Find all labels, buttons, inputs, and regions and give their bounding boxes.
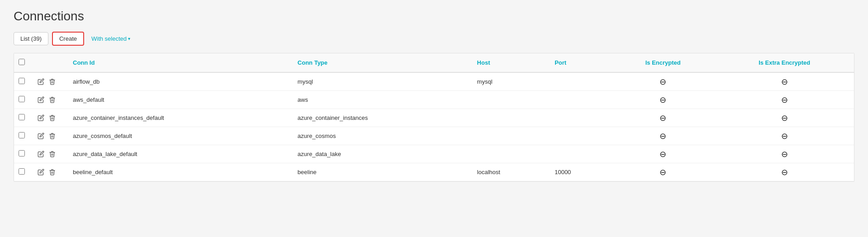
table-body: airflow_db mysql mysql ⊖ ⊖	[14, 72, 854, 181]
host-cell-5: localhost	[471, 163, 549, 181]
host-cell-0: mysql	[471, 72, 549, 91]
row-checkbox-0[interactable]	[19, 78, 25, 84]
is-encrypted-cell-5: ⊖	[611, 163, 715, 181]
delete-button-1[interactable]	[48, 95, 57, 104]
conn-id-cell-4: azure_data_lake_default	[66, 145, 291, 163]
connections-table-container: Conn Id Conn Type Host Port Is Encrypted…	[14, 53, 854, 182]
edit-button-4[interactable]	[37, 150, 45, 158]
is-extra-encrypted-icon-0: ⊖	[781, 78, 788, 86]
is-encrypted-cell-4: ⊖	[611, 145, 715, 163]
conn-id-cell-2: azure_container_instances_default	[66, 109, 291, 127]
is-extra-encrypted-icon-5: ⊖	[781, 168, 788, 176]
row-actions-1	[30, 91, 66, 109]
select-all-checkbox[interactable]	[19, 59, 25, 65]
table-header-row: Conn Id Conn Type Host Port Is Encrypted…	[14, 53, 854, 72]
delete-button-5[interactable]	[48, 168, 57, 176]
page-title: Connections	[14, 9, 854, 24]
table-row: azure_container_instances_default azure_…	[14, 109, 854, 127]
is-encrypted-icon-3: ⊖	[659, 132, 666, 140]
delete-button-3[interactable]	[48, 132, 57, 140]
table-row: airflow_db mysql mysql ⊖ ⊖	[14, 72, 854, 91]
port-cell-2	[548, 109, 611, 127]
conn-type-cell-3: azure_cosmos	[291, 127, 471, 145]
row-checkbox-cell-1[interactable]	[14, 91, 30, 109]
is-encrypted-icon-1: ⊖	[659, 96, 666, 104]
row-checkbox-cell-2[interactable]	[14, 109, 30, 127]
port-cell-5: 10000	[548, 163, 611, 181]
row-checkbox-4[interactable]	[19, 150, 25, 156]
with-selected-button[interactable]: With selected	[88, 33, 134, 45]
conn-type-cell-1: aws	[291, 91, 471, 109]
connections-table: Conn Id Conn Type Host Port Is Encrypted…	[14, 53, 854, 181]
is-extra-encrypted-icon-2: ⊖	[781, 114, 788, 122]
is-encrypted-cell-3: ⊖	[611, 127, 715, 145]
is-extra-encrypted-cell-1: ⊖	[715, 91, 854, 109]
table-row: azure_data_lake_default azure_data_lake …	[14, 145, 854, 163]
row-checkbox-cell-4[interactable]	[14, 145, 30, 163]
host-cell-3	[471, 127, 549, 145]
is-encrypted-icon-2: ⊖	[659, 114, 666, 122]
create-button[interactable]: Create	[52, 32, 84, 46]
port-cell-3	[548, 127, 611, 145]
host-cell-1	[471, 91, 549, 109]
row-actions-0	[30, 72, 66, 91]
is-extra-encrypted-cell-3: ⊖	[715, 127, 854, 145]
edit-button-5[interactable]	[37, 168, 45, 176]
conn-type-cell-4: azure_data_lake	[291, 145, 471, 163]
row-actions-5	[30, 163, 66, 181]
row-checkbox-cell-5[interactable]	[14, 163, 30, 181]
is-extra-encrypted-icon-1: ⊖	[781, 96, 788, 104]
table-row: aws_default aws ⊖ ⊖	[14, 91, 854, 109]
conn-type-header[interactable]: Conn Type	[291, 53, 471, 72]
delete-button-4[interactable]	[48, 150, 57, 158]
conn-type-cell-2: azure_container_instances	[291, 109, 471, 127]
is-extra-encrypted-cell-2: ⊖	[715, 109, 854, 127]
is-extra-encrypted-header[interactable]: Is Extra Encrypted	[715, 53, 854, 72]
host-header[interactable]: Host	[471, 53, 549, 72]
port-cell-4	[548, 145, 611, 163]
row-actions-4	[30, 145, 66, 163]
port-cell-1	[548, 91, 611, 109]
row-checkbox-5[interactable]	[19, 168, 25, 175]
is-extra-encrypted-cell-5: ⊖	[715, 163, 854, 181]
is-encrypted-header[interactable]: Is Encrypted	[611, 53, 715, 72]
row-checkbox-cell-0[interactable]	[14, 72, 30, 91]
port-header[interactable]: Port	[548, 53, 611, 72]
is-encrypted-cell-0: ⊖	[611, 72, 715, 91]
row-checkbox-1[interactable]	[19, 96, 25, 102]
conn-id-header[interactable]: Conn Id	[66, 53, 291, 72]
edit-button-1[interactable]	[37, 95, 45, 104]
row-actions-2	[30, 109, 66, 127]
is-extra-encrypted-cell-4: ⊖	[715, 145, 854, 163]
is-encrypted-icon-0: ⊖	[659, 78, 666, 86]
is-encrypted-icon-4: ⊖	[659, 150, 666, 158]
table-row: azure_cosmos_default azure_cosmos ⊖ ⊖	[14, 127, 854, 145]
is-extra-encrypted-icon-3: ⊖	[781, 132, 788, 140]
edit-button-0[interactable]	[37, 77, 45, 86]
toolbar: List (39) Create With selected	[14, 32, 854, 46]
delete-button-2[interactable]	[48, 114, 57, 122]
host-cell-4	[471, 145, 549, 163]
conn-id-cell-0: airflow_db	[66, 72, 291, 91]
host-cell-2	[471, 109, 549, 127]
conn-id-cell-1: aws_default	[66, 91, 291, 109]
select-all-header[interactable]	[14, 53, 30, 72]
row-checkbox-cell-3[interactable]	[14, 127, 30, 145]
table-row: beeline_default beeline localhost 10000 …	[14, 163, 854, 181]
port-cell-0	[548, 72, 611, 91]
is-extra-encrypted-cell-0: ⊖	[715, 72, 854, 91]
is-encrypted-cell-1: ⊖	[611, 91, 715, 109]
row-checkbox-3[interactable]	[19, 132, 25, 138]
list-button[interactable]: List (39)	[14, 32, 48, 45]
delete-button-0[interactable]	[48, 77, 57, 86]
is-extra-encrypted-icon-4: ⊖	[781, 150, 788, 158]
conn-type-cell-5: beeline	[291, 163, 471, 181]
row-checkbox-2[interactable]	[19, 114, 25, 120]
is-encrypted-icon-5: ⊖	[659, 168, 666, 176]
edit-button-3[interactable]	[37, 132, 45, 140]
conn-type-cell-0: mysql	[291, 72, 471, 91]
conn-id-cell-3: azure_cosmos_default	[66, 127, 291, 145]
edit-button-2[interactable]	[37, 114, 45, 122]
conn-id-cell-5: beeline_default	[66, 163, 291, 181]
row-actions-3	[30, 127, 66, 145]
